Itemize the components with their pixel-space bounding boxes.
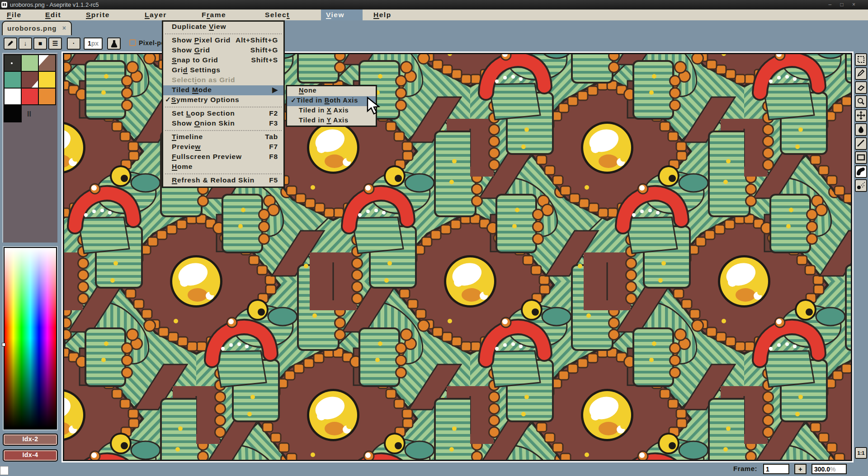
svg-text:II: II — [27, 110, 31, 118]
